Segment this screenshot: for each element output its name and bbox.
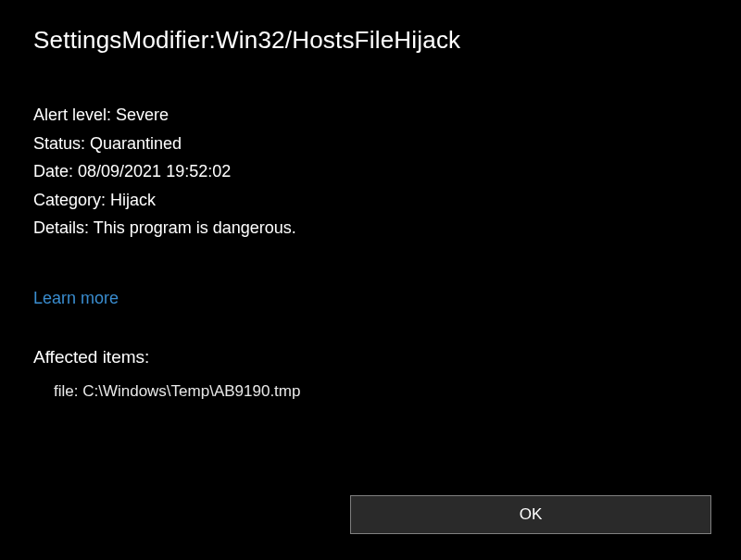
status-value: Quarantined <box>90 134 182 153</box>
category-label: Category: <box>33 191 106 209</box>
date-label: Date: <box>33 162 73 180</box>
status-label: Status: <box>33 134 85 153</box>
ok-button[interactable]: OK <box>350 495 711 534</box>
details-row: Details: This program is dangerous. <box>33 214 708 243</box>
button-row: OK <box>350 495 711 534</box>
threat-info-block: Alert level: Severe Status: Quarantined … <box>33 101 708 243</box>
affected-item: file: C:\Windows\Temp\AB9190.tmp <box>33 382 708 401</box>
alert-level-row: Alert level: Severe <box>33 101 708 130</box>
category-row: Category: Hijack <box>33 186 708 215</box>
details-label: Details: <box>33 218 89 237</box>
date-value: 08/09/2021 19:52:02 <box>78 162 231 180</box>
category-value: Hijack <box>110 191 156 209</box>
alert-level-label: Alert level: <box>33 106 111 124</box>
learn-more-link[interactable]: Learn more <box>33 289 119 308</box>
threat-dialog: SettingsModifier:Win32/HostsFileHijack A… <box>0 0 741 560</box>
threat-name: SettingsModifier:Win32/HostsFileHijack <box>33 26 708 55</box>
alert-level-value: Severe <box>116 106 169 124</box>
details-value: This program is dangerous. <box>94 218 296 237</box>
status-row: Status: Quarantined <box>33 130 708 158</box>
affected-items-heading: Affected items: <box>33 347 708 367</box>
date-row: Date: 08/09/2021 19:52:02 <box>33 157 708 186</box>
